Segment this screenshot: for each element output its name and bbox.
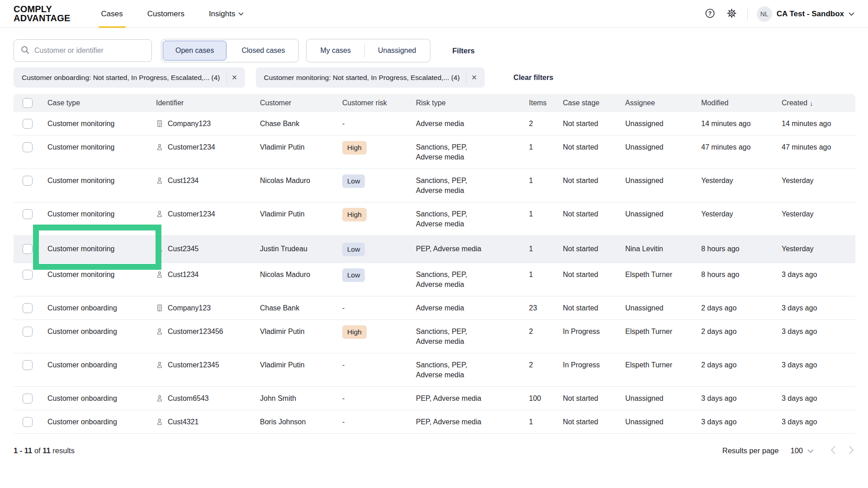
row-checkbox-cell [14,142,47,152]
search-input[interactable] [34,47,145,55]
account-menu[interactable]: NL CA Test - Sandbox [757,6,854,22]
remove-filter-button[interactable]: × [467,70,482,85]
active-filters-row: Customer onboarding: Not started, In Pro… [14,67,854,88]
column-header-case-type[interactable]: Case type [47,99,156,107]
logo-line2: ADVANTAGE [14,14,71,23]
modified-cell: 2 days ago [701,303,782,313]
row-checkbox-cell [14,176,47,186]
created-cell: Yesterday [782,244,855,254]
row-checkbox-cell [14,417,47,427]
select-all-checkbox[interactable] [23,98,33,108]
sort-descending-icon: ↓ [810,99,813,107]
customer-risk-cell: - [342,417,416,427]
table-row[interactable]: Customer onboarding Company123 Chase Ban… [14,296,855,320]
filter-chip-label: Customer onboarding: Not started, In Pro… [22,74,226,82]
customer-risk-cell: Low [342,176,416,188]
modified-cell: 47 minutes ago [701,142,782,152]
row-checkbox[interactable] [23,142,33,152]
row-checkbox[interactable] [23,327,33,337]
column-header-customer-risk[interactable]: Customer risk [342,99,416,107]
risk-type-cell: Sanctions, PEP, Adverse media [416,176,529,196]
clear-filters-button[interactable]: Clear filters [514,74,553,82]
previous-page-button[interactable] [830,446,836,456]
table-row[interactable]: Customer onboarding Customer123456 Vladi… [14,320,855,353]
items-cell: 1 [529,417,563,427]
table-row[interactable]: Customer onboarding Custom6543 John Smit… [14,387,855,410]
row-checkbox[interactable] [23,209,33,219]
row-checkbox[interactable] [23,417,33,427]
case-stage-cell: Not started [563,176,625,186]
avatar: NL [757,6,772,22]
comply-advantage-logo[interactable]: COMPLY ADVANTAGE [14,5,71,23]
risk-type-cell: PEP, Adverse media [416,417,529,427]
nav-tab-insights[interactable]: Insights [206,0,247,28]
results-per-page-dropdown[interactable]: 100 [790,446,814,455]
identifier-cell: Company123 [156,119,260,129]
assignee-cell: Unassigned [625,176,701,186]
table-row[interactable]: Customer monitoring Cust1234 Nicolas Mad… [14,169,855,202]
identifier-cell: Customer123456 [156,327,260,337]
customer-cell: Boris Johnson [260,417,342,427]
help-button[interactable]: ? [704,8,717,20]
case-stage-cell: Not started [563,244,625,254]
my-cases-button[interactable]: My cases [307,39,364,62]
row-checkbox[interactable] [23,270,33,280]
table-row[interactable]: Customer onboarding Customer12345 Vladim… [14,353,855,387]
created-cell: Yesterday [782,176,855,186]
risk-type-cell: PEP, Adverse media [416,244,529,254]
column-header-identifier[interactable]: Identifier [156,99,260,107]
case-stage-cell: In Progress [563,327,625,337]
case-type-cell: Customer onboarding [47,327,156,337]
case-type-cell: Customer monitoring [47,176,156,186]
table-row[interactable]: Customer monitoring Cust2345 Justin Trud… [14,236,855,263]
nav-tab-customers[interactable]: Customers [145,0,187,28]
question-mark-circle-icon: ? [705,8,715,20]
column-header-risk-type[interactable]: Risk type [416,99,529,107]
filter-chip-label: Customer monitoring: Not started, In Pro… [264,74,466,82]
column-header-created[interactable]: Created ↓ [782,99,855,107]
row-checkbox[interactable] [23,303,33,313]
nav-tab-cases[interactable]: Cases [99,0,126,28]
unassigned-button[interactable]: Unassigned [364,39,430,62]
closed-cases-button[interactable]: Closed cases [228,39,298,62]
open-cases-button[interactable]: Open cases [163,41,226,61]
table-row[interactable]: Customer monitoring Cust1234 Nicolas Mad… [14,263,855,296]
row-checkbox[interactable] [23,360,33,370]
case-type-cell: Customer monitoring [47,270,156,280]
case-stage-cell: Not started [563,394,625,404]
next-page-button[interactable] [849,446,854,456]
person-icon [156,418,163,426]
search-box [14,39,152,62]
column-header-customer[interactable]: Customer [260,99,342,107]
table-row[interactable]: Customer monitoring Customer1234 Vladimi… [14,136,855,169]
table-header-row: Case type Identifier Customer Customer r… [14,94,855,112]
column-header-case-stage[interactable]: Case stage [563,99,625,107]
filters-button[interactable]: Filters [453,47,475,55]
customer-cell: Vladimir Putin [260,142,342,152]
identifier-cell: Customer1234 [156,142,260,152]
settings-button[interactable] [726,8,738,20]
case-type-cell: Customer monitoring [47,119,156,129]
risk-type-cell: Sanctions, PEP, Adverse media [416,360,529,380]
customer-risk-cell: High [342,327,416,339]
risk-type-cell: Sanctions, PEP, Adverse media [416,142,529,162]
created-cell: 3 days ago [782,303,855,313]
risk-type-cell: Adverse media [416,119,529,129]
row-checkbox[interactable] [23,394,33,404]
customer-risk-cell: - [342,360,416,370]
table-row[interactable]: Customer monitoring Company123 Chase Ban… [14,112,855,136]
row-checkbox-cell [14,360,47,370]
items-cell: 2 [529,119,563,129]
column-header-assignee[interactable]: Assignee [625,99,701,107]
table-row[interactable]: Customer monitoring Customer1234 Vladimi… [14,202,855,236]
row-checkbox[interactable] [23,119,33,129]
row-checkbox[interactable] [23,244,33,254]
assignee-cell: Elspeth Turner [625,360,701,370]
column-header-items[interactable]: Items [529,99,563,107]
modified-cell: 2 days ago [701,327,782,337]
table-row[interactable]: Customer onboarding Cust4321 Boris Johns… [14,410,855,434]
remove-filter-button[interactable]: × [227,70,242,85]
column-header-modified[interactable]: Modified [701,99,782,107]
row-checkbox[interactable] [23,176,33,186]
customer-cell: Vladimir Putin [260,327,342,337]
